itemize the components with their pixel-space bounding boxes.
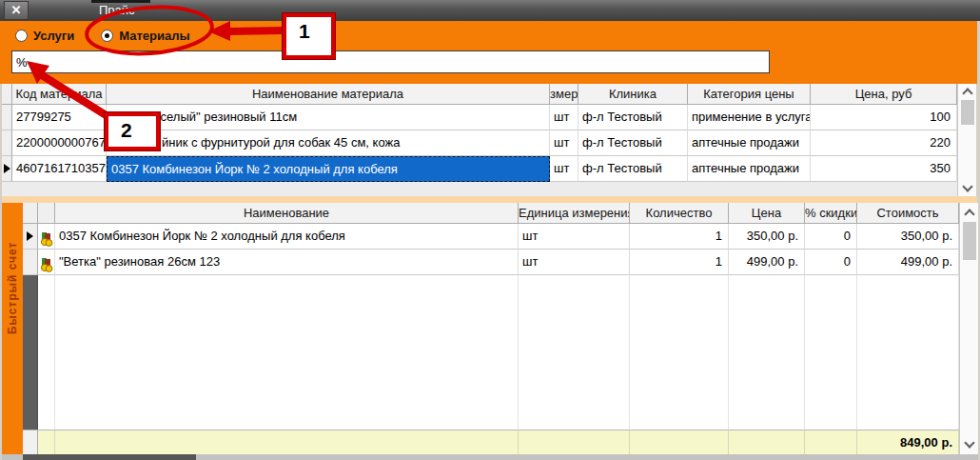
current-row-arrow-icon [27, 231, 33, 241]
header-cost[interactable]: Стоимость [857, 203, 959, 224]
scroll-up-icon[interactable] [958, 84, 977, 99]
current-row-arrow-icon [4, 164, 10, 173]
close-button[interactable]: ✕ [4, 1, 29, 20]
header-icon-col [38, 203, 55, 224]
quick-bill-header: Наименование Единица измерения Количеств… [23, 203, 959, 224]
cell-unit[interactable]: шт [550, 105, 578, 130]
cell-material-name[interactable]: йник с фурнитурой для собак 45 см, кожа [107, 130, 550, 156]
header-gutter [2, 84, 12, 105]
row-selector [23, 224, 38, 250]
radio-services-label: Услуги [33, 29, 74, 43]
bill-row: "Ветка" резиновая 26см 123 шт 1 499,00 р… [23, 250, 959, 275]
header-gutter [23, 203, 38, 224]
cell-item-name[interactable]: "Ветка" резиновая 26см 123 [55, 250, 519, 275]
total-row: 849,00 р. [23, 430, 959, 454]
filter-panel: Услуги Материалы [0, 21, 977, 84]
coins-icon [39, 257, 54, 272]
cell-price-category[interactable]: аптечные продажи [688, 156, 811, 182]
scroll-down-icon[interactable] [960, 437, 979, 452]
header-price-category[interactable]: Категория цены [688, 84, 811, 105]
cell-price-category[interactable]: применение в услугах [688, 105, 811, 130]
coins-icon [39, 231, 54, 247]
radio-checked-icon [101, 30, 113, 42]
header-material-code[interactable]: Код материала [12, 84, 107, 105]
price-table-scrollbar[interactable] [957, 84, 976, 196]
header-material-name[interactable]: Наименование материала [107, 84, 550, 105]
cell-item-price[interactable]: 350,00 р. [729, 224, 805, 250]
grand-total: 849,00 р. [857, 430, 959, 454]
quick-bill-scrollbar[interactable] [959, 203, 978, 454]
header-quantity[interactable]: Количество [630, 203, 729, 224]
cell-clinic[interactable]: ф-л Тестовый [578, 105, 688, 130]
cell-quantity[interactable]: 1 [630, 224, 729, 250]
cell-clinic[interactable]: ф-л Тестовый [578, 130, 688, 156]
price-window: ✕ Прайс Услуги Материалы Код материала Н… [0, 0, 980, 460]
titlebar: ✕ Прайс [0, 0, 980, 21]
cell-material-name-selected[interactable]: 0357 Комбинезон Йорк № 2 холодный для ко… [107, 156, 550, 182]
cell-price-category[interactable]: аптечные продажи [688, 130, 811, 156]
annotation-box-2: 2 [105, 112, 160, 150]
row-gutter [2, 105, 12, 130]
radio-circle-icon [15, 30, 28, 42]
cell-cost[interactable]: 499,00 р. [857, 250, 959, 275]
cell-discount[interactable]: 0 [805, 250, 857, 275]
cell-price[interactable]: 350 [811, 156, 957, 182]
quick-bill-tab-label: Быстрый счет [6, 210, 19, 334]
radio-materials[interactable]: Материалы [101, 29, 189, 43]
cell-clinic[interactable]: ф-л Тестовый [578, 156, 688, 182]
cell-quantity[interactable]: 1 [630, 250, 729, 275]
quick-bill-tab[interactable]: Быстрый счет [2, 203, 23, 454]
cell-price[interactable]: 220 [811, 130, 957, 156]
empty-grid-area [23, 275, 959, 430]
cell-item-price[interactable]: 499,00 р. [729, 250, 805, 275]
price-row-selected: 4607161710357 0357 Комбинезон Йорк № 2 х… [2, 156, 957, 182]
header-item-name[interactable]: Наименование [55, 203, 519, 224]
search-input[interactable] [11, 50, 770, 73]
cell-price[interactable]: 100 [811, 105, 957, 130]
cell-unit[interactable]: шт [550, 130, 578, 156]
cell-measure-unit[interactable]: шт [519, 250, 630, 275]
price-table-header: Код материала Наименование материала зме… [2, 84, 957, 105]
horizontal-scrollbar[interactable] [2, 454, 978, 460]
cell-measure-unit[interactable]: шт [519, 224, 630, 250]
cell-material-code[interactable]: 2200000000767 [12, 130, 107, 156]
header-unit[interactable]: змер [550, 84, 578, 105]
cell-cost[interactable]: 350,00 р. [857, 224, 959, 250]
header-item-price[interactable]: Цена [729, 203, 805, 224]
cell-discount[interactable]: 0 [805, 224, 857, 250]
cell-material-code[interactable]: 27799275 [12, 105, 107, 130]
hscrollbar-thumb[interactable] [23, 454, 196, 460]
item-type-cell [38, 250, 55, 275]
header-clinic[interactable]: Клиника [578, 84, 688, 105]
bill-row: 0357 Комбинезон Йорк № 2 холодный для ко… [23, 224, 959, 250]
quick-bill-table: Наименование Единица измерения Количеств… [23, 203, 959, 454]
header-discount[interactable]: % скидки [805, 203, 857, 224]
titlebar-notch [91, 0, 150, 3]
scrollbar-thumb[interactable] [961, 100, 974, 125]
type-radio-group: Услуги Материалы [15, 29, 190, 43]
annotation-box-1: 1 [283, 13, 335, 59]
panel-divider [2, 196, 977, 203]
radio-materials-label: Материалы [119, 29, 189, 43]
scroll-up-icon[interactable] [960, 205, 979, 220]
row-gutter [23, 250, 38, 275]
cell-material-name[interactable]: "Ежик веселый" резиновый 11см [107, 105, 550, 130]
window-title: Прайс [99, 0, 135, 21]
cell-unit[interactable]: шт [550, 156, 578, 182]
radio-services[interactable]: Услуги [15, 29, 74, 43]
row-selector [2, 156, 12, 182]
item-type-cell [38, 224, 55, 250]
cell-material-code[interactable]: 4607161710357 [12, 156, 107, 182]
header-measure-unit[interactable]: Единица измерения [519, 203, 630, 224]
header-price[interactable]: Цена, руб [811, 84, 957, 105]
row-gutter [2, 130, 12, 156]
scroll-down-icon[interactable] [958, 181, 977, 196]
scrollbar-thumb[interactable] [963, 222, 976, 260]
cell-item-name[interactable]: 0357 Комбинезон Йорк № 2 холодный для ко… [55, 224, 519, 250]
